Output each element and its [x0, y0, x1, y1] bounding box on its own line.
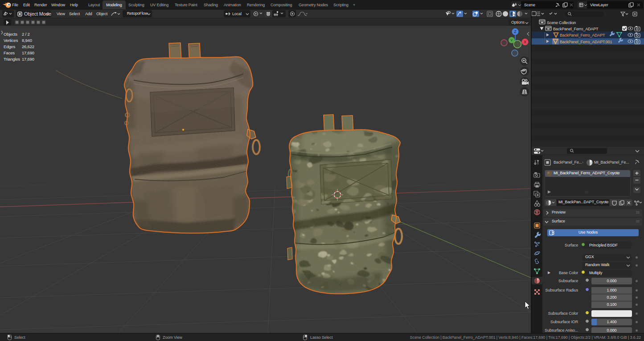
svg-text:X: X — [524, 40, 526, 44]
svg-text:Z: Z — [514, 29, 516, 34]
svg-text:Y: Y — [510, 38, 513, 42]
